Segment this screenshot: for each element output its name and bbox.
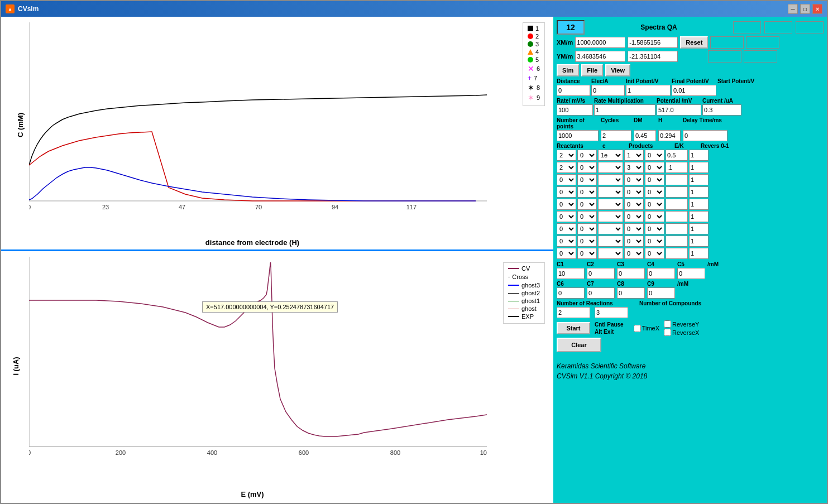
dm-input[interactable] [634,130,656,141]
r3-ek-input[interactable] [666,174,688,185]
c8-input[interactable] [617,287,645,299]
r8-prod1-sel[interactable]: 0 [624,236,644,247]
timex-checkbox[interactable] [634,325,641,332]
init-potent-input[interactable] [626,85,671,96]
clear-button[interactable]: Clear [557,338,601,352]
r9-react2-sel[interactable]: 0 [577,248,597,259]
cycles-input[interactable] [601,130,631,141]
r6-react1-sel[interactable]: 0 [557,211,576,222]
r4-react2-sel[interactable]: 0 [577,186,597,198]
r6-prod1-sel[interactable]: 0 [624,211,644,222]
rate-mv-input[interactable] [557,104,593,116]
r7-prod2-sel[interactable]: 0 [645,223,664,234]
r3-prod2-sel[interactable]: 0 [645,174,664,185]
r5-react2-sel[interactable]: 0 [577,199,597,210]
rate-mult-input[interactable] [594,104,655,116]
r4-rev-input[interactable] [689,186,709,198]
sim-menu[interactable]: Sim [557,64,579,76]
final-potent-input[interactable] [672,85,716,96]
r4-e-sel[interactable] [598,186,623,198]
delay-time-input[interactable] [683,130,728,141]
maximize-button[interactable]: □ [800,4,810,14]
r2-ek-input[interactable] [666,162,688,173]
r9-react1-sel[interactable]: 0 [557,248,576,259]
reversey-checkbox[interactable] [664,320,671,328]
c2-input[interactable] [587,268,615,279]
reversex-checkbox[interactable] [664,329,671,336]
r8-e-sel[interactable] [598,236,623,247]
c9-input[interactable] [647,287,675,299]
r7-e-sel[interactable] [598,223,623,234]
r9-prod2-sel[interactable]: 0 [645,248,664,259]
r1-prod1-sel[interactable]: 1 [624,150,644,161]
r1-react1-sel[interactable]: 2 [557,150,576,161]
r7-ek-input[interactable] [666,223,688,234]
r1-e-sel[interactable]: 1e [598,150,623,161]
distance-input[interactable] [557,85,590,96]
r2-rev-input[interactable] [689,162,709,173]
timex-label[interactable]: TimeX [634,325,659,332]
r2-prod1-sel[interactable]: 3 [624,162,644,173]
r7-react1-sel[interactable]: 0 [557,223,576,234]
r9-rev-input[interactable] [689,248,709,259]
r8-rev-input[interactable] [689,236,709,247]
r7-rev-input[interactable] [689,223,709,234]
r9-prod1-sel[interactable]: 0 [624,248,644,259]
r5-prod1-sel[interactable]: 0 [624,199,644,210]
r8-prod2-sel[interactable]: 0 [645,236,664,247]
r7-prod1-sel[interactable]: 0 [624,223,644,234]
reversex-label[interactable]: ReverseX [664,329,699,336]
r8-react2-sel[interactable]: 0 [577,236,597,247]
r4-prod2-sel[interactable]: 0 [645,186,664,198]
r5-e-sel[interactable] [598,199,623,210]
r4-react1-sel[interactable]: 0 [557,186,576,198]
start-button[interactable]: Start [557,322,590,334]
r8-ek-input[interactable] [666,236,688,247]
file-menu[interactable]: File [581,64,603,76]
view-menu[interactable]: View [605,64,630,76]
r2-prod2-sel[interactable]: 0 [645,162,664,173]
r6-rev-input[interactable] [689,211,709,222]
r6-prod2-sel[interactable]: 0 [645,211,664,222]
r1-react2-sel[interactable]: 0 [577,150,597,161]
r1-prod2-sel[interactable]: 0 [645,150,664,161]
r6-ek-input[interactable] [666,211,688,222]
reversey-label[interactable]: ReverseY [664,320,699,328]
c7-input[interactable] [587,287,615,299]
r5-prod2-sel[interactable]: 0 [645,199,664,210]
r4-prod1-sel[interactable]: 0 [624,186,644,198]
xm-input1[interactable] [575,37,625,48]
r5-ek-input[interactable] [666,199,688,210]
r1-rev-input[interactable] [689,150,709,161]
reset-button[interactable]: Reset [680,36,708,49]
r4-ek-input[interactable] [666,186,688,198]
r3-react1-sel[interactable]: 0 [557,174,576,185]
elec-a-input[interactable] [591,85,625,96]
r6-e-sel[interactable] [598,211,623,222]
close-button[interactable]: ✕ [812,4,822,14]
r2-e-sel[interactable] [598,162,623,173]
r7-react2-sel[interactable]: 0 [577,223,597,234]
r9-ek-input[interactable] [666,248,688,259]
h-input[interactable] [658,130,681,141]
r5-react1-sel[interactable]: 0 [557,199,576,210]
r5-rev-input[interactable] [689,199,709,210]
xm-input2[interactable] [628,37,678,48]
r6-react2-sel[interactable]: 0 [577,211,597,222]
ym-input2[interactable] [628,51,678,62]
ym-input1[interactable] [575,51,625,62]
potential-mv-input[interactable] [657,104,701,116]
r3-rev-input[interactable] [689,174,709,185]
c4-input[interactable] [647,268,675,279]
r2-react1-sel[interactable]: 2 [557,162,576,173]
r2-react2-sel[interactable]: 0 [577,162,597,173]
r1-ek-input[interactable] [666,150,688,161]
minimize-button[interactable]: ─ [788,4,798,14]
r9-e-sel[interactable] [598,248,623,259]
c3-input[interactable] [617,268,645,279]
c5-input[interactable] [677,268,705,279]
num-reactions-input[interactable] [557,307,590,318]
num-compounds-input[interactable] [595,307,628,318]
current-ua-input[interactable] [702,104,741,116]
r3-e-sel[interactable] [598,174,623,185]
